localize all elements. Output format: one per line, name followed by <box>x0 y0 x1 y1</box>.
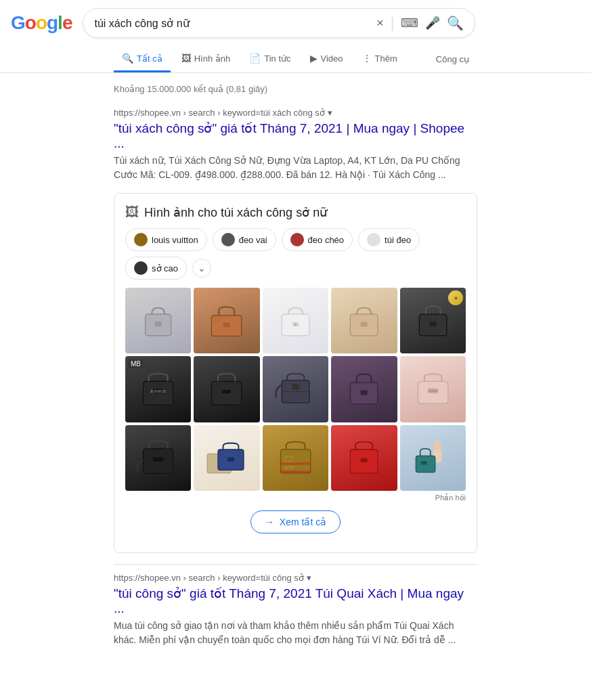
search-bar: × | ⌨ 🎤 🔍 <box>83 8 475 38</box>
bag-svg-8 <box>274 368 317 410</box>
svg-rect-40 <box>421 461 427 464</box>
view-all-arrow: → <box>265 517 274 527</box>
image-section-title: 🖼 Hình ảnh cho túi xách công sở nữ <box>125 204 466 220</box>
bag-svg-7 <box>205 368 248 410</box>
divider <box>114 564 477 565</box>
keyboard-icon[interactable]: ⌨ <box>401 16 418 30</box>
bag-svg-3 <box>274 299 317 342</box>
tab-news-label: Tin tức <box>264 53 290 64</box>
result-url-2-arrow[interactable]: ▾ <box>307 573 311 583</box>
result-item-2: https://shopee.vn › search › keyword=túi… <box>114 573 477 647</box>
tools-button[interactable]: Công cụ <box>428 47 477 71</box>
image-8[interactable] <box>263 356 328 422</box>
feedback-text[interactable]: Phản hồi <box>125 494 466 502</box>
result-url-1: https://shopee.vn › search › keyword=túi… <box>114 108 477 118</box>
chip-deo-vai[interactable]: đeo vai <box>213 228 276 251</box>
tab-video[interactable]: ▶ Video <box>302 46 351 72</box>
svg-rect-18 <box>292 385 299 391</box>
tab-more-label: Thêm <box>375 53 397 64</box>
chip-tui-deo[interactable]: túi đeo <box>358 228 420 251</box>
image-10[interactable]: BRAND <box>400 356 466 422</box>
bag-svg-2 <box>205 299 248 342</box>
search-input[interactable] <box>94 17 371 29</box>
bag-svg-13: LV LV LV LV LV LV <box>274 437 317 479</box>
svg-rect-15 <box>223 390 232 393</box>
chip-lv[interactable]: louis vuitton <box>125 228 207 251</box>
tab-more[interactable]: ⋮ Thêm <box>354 46 406 72</box>
svg-rect-20 <box>361 391 368 395</box>
result-title-2[interactable]: "túi công sở" giá tốt Tháng 7, 2021 Túi … <box>114 586 477 616</box>
image-3[interactable] <box>263 288 328 353</box>
image-12[interactable] <box>194 425 259 491</box>
svg-rect-28 <box>227 457 234 461</box>
svg-point-37 <box>433 441 441 450</box>
bag-svg-10: BRAND <box>412 368 454 410</box>
svg-rect-8 <box>361 322 368 327</box>
bag-svg-11 <box>137 437 179 479</box>
bag-svg-1 <box>137 299 179 342</box>
image-2[interactable] <box>194 288 259 353</box>
svg-text:BRAND: BRAND <box>429 391 438 393</box>
bag-svg-4 <box>343 299 385 342</box>
image-6[interactable]: MB BUSINESS <box>125 356 191 422</box>
svg-rect-25 <box>153 457 163 461</box>
chip-so-cao[interactable]: sở cao <box>125 257 187 280</box>
result-url-2: https://shopee.vn › search › keyword=túi… <box>114 573 477 583</box>
chip-so-cao-thumb <box>134 261 148 275</box>
nav-tabs: 🔍 Tất cả 🖼 Hình ảnh 📄 Tin tức ▶ Video ⋮ … <box>0 46 591 73</box>
svg-rect-36 <box>361 458 368 462</box>
header: Google × | ⌨ 🎤 🔍 <box>0 0 591 46</box>
result-title-1[interactable]: "túi xách công sở" giá tốt Tháng 7, 2021… <box>114 121 477 151</box>
filter-chips: louis vuitton đeo vai đeo chéo túi đeo s… <box>125 228 466 280</box>
divider-icon: | <box>391 14 395 32</box>
svg-point-6 <box>294 323 297 326</box>
chip-so-cao-label: sở cao <box>152 263 178 274</box>
tab-all[interactable]: 🔍 Tất cả <box>114 46 171 72</box>
tab-news-icon: 📄 <box>249 53 261 64</box>
chip-tui-deo-label: túi đeo <box>385 235 411 245</box>
google-logo[interactable]: Google <box>11 12 72 34</box>
image-4[interactable] <box>331 288 397 353</box>
image-7[interactable] <box>194 356 259 422</box>
tab-news[interactable]: 📄 Tin tức <box>241 46 299 72</box>
image-5[interactable]: ★ <box>400 288 466 353</box>
view-all-button[interactable]: → Xem tất cả <box>250 510 341 533</box>
tab-images-label: Hình ảnh <box>194 53 231 64</box>
main-content: Khoảng 15.000.000 kết quả (0,81 giây) ht… <box>0 73 591 661</box>
tab-video-icon: ▶ <box>310 53 318 64</box>
bag-svg-14 <box>343 437 385 479</box>
svg-rect-34 <box>280 471 310 473</box>
search-submit-icon[interactable]: 🔍 <box>447 15 464 31</box>
tab-images[interactable]: 🖼 Hình ảnh <box>173 46 239 72</box>
image-14[interactable] <box>331 425 397 491</box>
chip-lv-thumb <box>134 233 148 246</box>
chip-tui-deo-thumb <box>367 233 380 246</box>
result-url-2-text: https://shopee.vn › search › keyword=túi… <box>114 573 304 583</box>
image-grid-row2: MB BUSINESS <box>125 356 466 422</box>
chip-deo-cheo[interactable]: đeo chéo <box>282 228 353 251</box>
voice-icon[interactable]: 🎤 <box>425 16 440 30</box>
image-section-title-text: Hình ảnh cho túi xách công sở nữ <box>144 205 327 220</box>
result-desc-1: Túi xách nữ, Túi Xách Công Sở Nữ, Đựng V… <box>114 154 477 182</box>
clear-icon[interactable]: × <box>376 16 384 30</box>
chip-lv-label: louis vuitton <box>152 235 198 245</box>
svg-text:LV LV: LV LV <box>285 455 294 459</box>
image-grid-row1: ★ <box>125 288 466 353</box>
result-desc-2: Mua túi công sở giao tận nơi và tham khả… <box>114 619 477 647</box>
image-13[interactable]: LV LV LV LV LV LV <box>263 425 328 491</box>
chip-expand-button[interactable]: ⌄ <box>192 259 211 278</box>
image-15[interactable] <box>400 425 466 491</box>
image-11[interactable] <box>125 425 191 491</box>
image-9[interactable] <box>331 356 397 422</box>
brand-label: MB <box>129 359 143 368</box>
search-bar-icons: × | ⌨ 🎤 🔍 <box>376 14 464 32</box>
result-url-1-arrow[interactable]: ▾ <box>328 108 332 118</box>
chip-deo-vai-label: đeo vai <box>239 235 267 245</box>
result-item-1: https://shopee.vn › search › keyword=túi… <box>114 108 477 182</box>
chip-deo-cheo-thumb <box>290 233 304 246</box>
bag-svg-9 <box>343 368 385 410</box>
view-all-label: Xem tất cả <box>280 517 326 527</box>
svg-rect-3 <box>223 323 230 327</box>
image-1[interactable] <box>125 288 191 353</box>
tab-all-label: Tất cả <box>137 53 162 64</box>
